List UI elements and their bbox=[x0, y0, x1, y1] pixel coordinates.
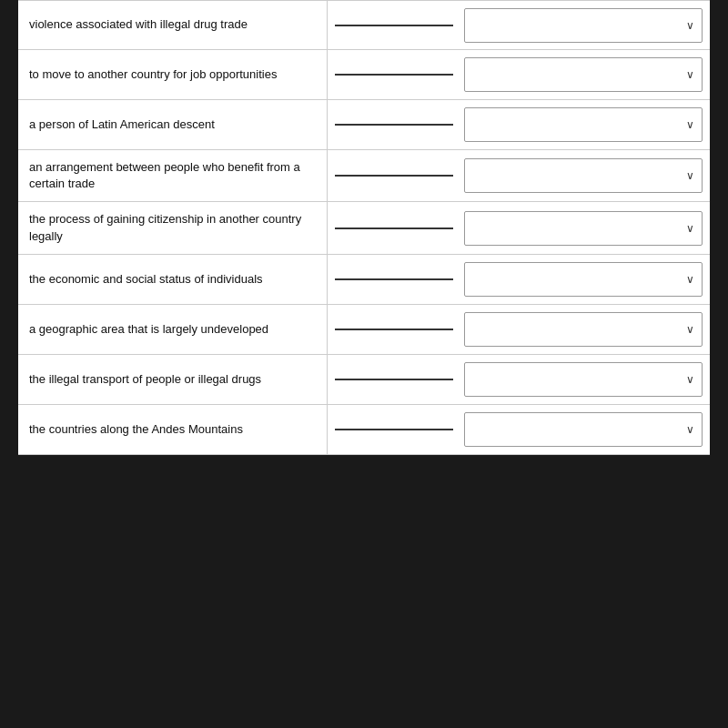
table-row: the illegal transport of people or illeg… bbox=[18, 355, 710, 405]
definition-cell: violence associated with illegal drug tr… bbox=[18, 1, 328, 49]
definition-cell: a person of Latin American descent bbox=[18, 100, 328, 149]
definition-cell: to move to another country for job oppor… bbox=[18, 50, 328, 99]
answer-line bbox=[335, 228, 453, 229]
answer-line bbox=[335, 329, 453, 330]
answer-line bbox=[335, 278, 453, 280]
definition-cell: the illegal transport of people or illeg… bbox=[18, 355, 328, 404]
table-row: a geographic area that is largely undeve… bbox=[18, 305, 710, 355]
answer-area: ∨ bbox=[328, 202, 710, 253]
answer-dropdown[interactable]: ∨ bbox=[464, 362, 703, 397]
table-row: the countries along the Andes Mountains∨ bbox=[18, 405, 710, 455]
answer-line bbox=[335, 175, 453, 177]
definition-cell: an arrangement between people who benefi… bbox=[18, 150, 328, 201]
answer-dropdown[interactable]: ∨ bbox=[464, 211, 703, 246]
answer-line bbox=[335, 74, 453, 76]
table-row: a person of Latin American descent∨ bbox=[18, 100, 710, 150]
answer-area: ∨ bbox=[328, 1, 710, 49]
answer-area: ∨ bbox=[328, 305, 710, 354]
answer-area: ∨ bbox=[328, 100, 710, 149]
table-row: violence associated with illegal drug tr… bbox=[18, 0, 710, 50]
definition-cell: the economic and social status of indivi… bbox=[18, 255, 328, 304]
definition-cell: a geographic area that is largely undeve… bbox=[18, 305, 328, 354]
definition-cell: the countries along the Andes Mountains bbox=[18, 405, 328, 454]
chevron-down-icon: ∨ bbox=[686, 19, 694, 32]
answer-dropdown[interactable]: ∨ bbox=[464, 312, 703, 347]
answer-dropdown[interactable]: ∨ bbox=[464, 262, 703, 297]
answer-dropdown[interactable]: ∨ bbox=[464, 412, 703, 447]
answer-dropdown[interactable]: ∨ bbox=[464, 107, 703, 142]
definition-cell: the process of gaining citizenship in an… bbox=[18, 202, 328, 253]
chevron-down-icon: ∨ bbox=[686, 373, 694, 386]
answer-line bbox=[335, 379, 453, 380]
answer-area: ∨ bbox=[328, 150, 710, 201]
vocab-matching-table: violence associated with illegal drug tr… bbox=[18, 0, 710, 455]
table-row: an arrangement between people who benefi… bbox=[18, 150, 710, 202]
table-row: the economic and social status of indivi… bbox=[18, 255, 710, 305]
answer-line bbox=[335, 124, 453, 126]
chevron-down-icon: ∨ bbox=[686, 273, 694, 286]
answer-line bbox=[335, 429, 453, 430]
answer-area: ∨ bbox=[328, 405, 710, 454]
answer-dropdown[interactable]: ∨ bbox=[464, 8, 703, 43]
chevron-down-icon: ∨ bbox=[686, 323, 694, 336]
table-row: to move to another country for job oppor… bbox=[18, 50, 710, 100]
answer-area: ∨ bbox=[328, 355, 710, 404]
answer-line bbox=[335, 25, 453, 26]
answer-dropdown[interactable]: ∨ bbox=[464, 57, 703, 92]
chevron-down-icon: ∨ bbox=[686, 118, 694, 131]
chevron-down-icon: ∨ bbox=[686, 222, 694, 235]
chevron-down-icon: ∨ bbox=[686, 423, 694, 436]
answer-dropdown[interactable]: ∨ bbox=[464, 158, 703, 193]
table-row: the process of gaining citizenship in an… bbox=[18, 202, 710, 254]
answer-area: ∨ bbox=[328, 50, 710, 99]
chevron-down-icon: ∨ bbox=[686, 169, 694, 182]
chevron-down-icon: ∨ bbox=[686, 68, 694, 81]
answer-area: ∨ bbox=[328, 255, 710, 304]
